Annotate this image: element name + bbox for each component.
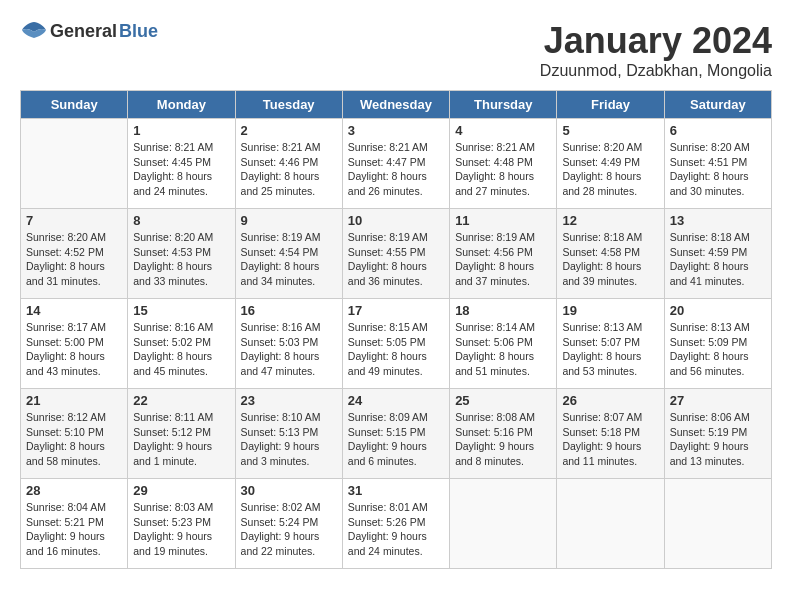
- calendar-cell: 19Sunrise: 8:13 AMSunset: 5:07 PMDayligh…: [557, 299, 664, 389]
- day-details: Sunrise: 8:07 AMSunset: 5:18 PMDaylight:…: [562, 410, 658, 469]
- day-number: 19: [562, 303, 658, 318]
- day-details: Sunrise: 8:11 AMSunset: 5:12 PMDaylight:…: [133, 410, 229, 469]
- logo: General Blue: [20, 20, 158, 42]
- calendar-cell: 21Sunrise: 8:12 AMSunset: 5:10 PMDayligh…: [21, 389, 128, 479]
- calendar-cell: 15Sunrise: 8:16 AMSunset: 5:02 PMDayligh…: [128, 299, 235, 389]
- day-details: Sunrise: 8:17 AMSunset: 5:00 PMDaylight:…: [26, 320, 122, 379]
- day-details: Sunrise: 8:19 AMSunset: 4:55 PMDaylight:…: [348, 230, 444, 289]
- calendar-cell: 7Sunrise: 8:20 AMSunset: 4:52 PMDaylight…: [21, 209, 128, 299]
- calendar-cell: 23Sunrise: 8:10 AMSunset: 5:13 PMDayligh…: [235, 389, 342, 479]
- calendar-cell: 11Sunrise: 8:19 AMSunset: 4:56 PMDayligh…: [450, 209, 557, 299]
- calendar-cell: 20Sunrise: 8:13 AMSunset: 5:09 PMDayligh…: [664, 299, 771, 389]
- day-details: Sunrise: 8:12 AMSunset: 5:10 PMDaylight:…: [26, 410, 122, 469]
- day-number: 17: [348, 303, 444, 318]
- day-details: Sunrise: 8:03 AMSunset: 5:23 PMDaylight:…: [133, 500, 229, 559]
- calendar-cell: [557, 479, 664, 569]
- day-header-thursday: Thursday: [450, 91, 557, 119]
- calendar-cell: [450, 479, 557, 569]
- calendar-cell: 16Sunrise: 8:16 AMSunset: 5:03 PMDayligh…: [235, 299, 342, 389]
- day-number: 16: [241, 303, 337, 318]
- title-section: January 2024 Dzuunmod, Dzabkhan, Mongoli…: [540, 20, 772, 80]
- day-number: 29: [133, 483, 229, 498]
- day-details: Sunrise: 8:09 AMSunset: 5:15 PMDaylight:…: [348, 410, 444, 469]
- day-number: 11: [455, 213, 551, 228]
- day-number: 28: [26, 483, 122, 498]
- day-details: Sunrise: 8:18 AMSunset: 4:59 PMDaylight:…: [670, 230, 766, 289]
- day-details: Sunrise: 8:01 AMSunset: 5:26 PMDaylight:…: [348, 500, 444, 559]
- day-number: 2: [241, 123, 337, 138]
- calendar-cell: 10Sunrise: 8:19 AMSunset: 4:55 PMDayligh…: [342, 209, 449, 299]
- calendar-table: SundayMondayTuesdayWednesdayThursdayFrid…: [20, 90, 772, 569]
- day-number: 15: [133, 303, 229, 318]
- day-details: Sunrise: 8:16 AMSunset: 5:02 PMDaylight:…: [133, 320, 229, 379]
- day-details: Sunrise: 8:20 AMSunset: 4:49 PMDaylight:…: [562, 140, 658, 199]
- day-details: Sunrise: 8:08 AMSunset: 5:16 PMDaylight:…: [455, 410, 551, 469]
- day-number: 20: [670, 303, 766, 318]
- day-number: 21: [26, 393, 122, 408]
- day-number: 7: [26, 213, 122, 228]
- day-number: 9: [241, 213, 337, 228]
- day-number: 14: [26, 303, 122, 318]
- calendar-cell: 22Sunrise: 8:11 AMSunset: 5:12 PMDayligh…: [128, 389, 235, 479]
- day-details: Sunrise: 8:19 AMSunset: 4:54 PMDaylight:…: [241, 230, 337, 289]
- day-details: Sunrise: 8:21 AMSunset: 4:45 PMDaylight:…: [133, 140, 229, 199]
- calendar-cell: 25Sunrise: 8:08 AMSunset: 5:16 PMDayligh…: [450, 389, 557, 479]
- day-header-tuesday: Tuesday: [235, 91, 342, 119]
- day-details: Sunrise: 8:19 AMSunset: 4:56 PMDaylight:…: [455, 230, 551, 289]
- logo-bird-icon: [20, 20, 48, 42]
- calendar-title: January 2024: [540, 20, 772, 62]
- calendar-cell: 9Sunrise: 8:19 AMSunset: 4:54 PMDaylight…: [235, 209, 342, 299]
- day-number: 8: [133, 213, 229, 228]
- calendar-cell: 13Sunrise: 8:18 AMSunset: 4:59 PMDayligh…: [664, 209, 771, 299]
- day-number: 4: [455, 123, 551, 138]
- calendar-cell: 8Sunrise: 8:20 AMSunset: 4:53 PMDaylight…: [128, 209, 235, 299]
- day-header-monday: Monday: [128, 91, 235, 119]
- day-details: Sunrise: 8:20 AMSunset: 4:51 PMDaylight:…: [670, 140, 766, 199]
- calendar-cell: 17Sunrise: 8:15 AMSunset: 5:05 PMDayligh…: [342, 299, 449, 389]
- day-details: Sunrise: 8:16 AMSunset: 5:03 PMDaylight:…: [241, 320, 337, 379]
- day-number: 27: [670, 393, 766, 408]
- day-number: 13: [670, 213, 766, 228]
- calendar-cell: 29Sunrise: 8:03 AMSunset: 5:23 PMDayligh…: [128, 479, 235, 569]
- day-number: 22: [133, 393, 229, 408]
- day-number: 18: [455, 303, 551, 318]
- day-details: Sunrise: 8:18 AMSunset: 4:58 PMDaylight:…: [562, 230, 658, 289]
- day-details: Sunrise: 8:20 AMSunset: 4:52 PMDaylight:…: [26, 230, 122, 289]
- day-details: Sunrise: 8:02 AMSunset: 5:24 PMDaylight:…: [241, 500, 337, 559]
- day-header-sunday: Sunday: [21, 91, 128, 119]
- day-number: 10: [348, 213, 444, 228]
- day-number: 24: [348, 393, 444, 408]
- calendar-cell: 3Sunrise: 8:21 AMSunset: 4:47 PMDaylight…: [342, 119, 449, 209]
- calendar-cell: 27Sunrise: 8:06 AMSunset: 5:19 PMDayligh…: [664, 389, 771, 479]
- day-details: Sunrise: 8:13 AMSunset: 5:07 PMDaylight:…: [562, 320, 658, 379]
- day-number: 26: [562, 393, 658, 408]
- day-details: Sunrise: 8:14 AMSunset: 5:06 PMDaylight:…: [455, 320, 551, 379]
- day-details: Sunrise: 8:15 AMSunset: 5:05 PMDaylight:…: [348, 320, 444, 379]
- calendar-cell: 31Sunrise: 8:01 AMSunset: 5:26 PMDayligh…: [342, 479, 449, 569]
- day-details: Sunrise: 8:20 AMSunset: 4:53 PMDaylight:…: [133, 230, 229, 289]
- calendar-cell: 18Sunrise: 8:14 AMSunset: 5:06 PMDayligh…: [450, 299, 557, 389]
- calendar-cell: 5Sunrise: 8:20 AMSunset: 4:49 PMDaylight…: [557, 119, 664, 209]
- day-details: Sunrise: 8:21 AMSunset: 4:46 PMDaylight:…: [241, 140, 337, 199]
- day-details: Sunrise: 8:13 AMSunset: 5:09 PMDaylight:…: [670, 320, 766, 379]
- day-number: 30: [241, 483, 337, 498]
- calendar-cell: [21, 119, 128, 209]
- logo-general-text: General: [50, 21, 117, 42]
- day-number: 5: [562, 123, 658, 138]
- day-header-saturday: Saturday: [664, 91, 771, 119]
- day-number: 31: [348, 483, 444, 498]
- day-number: 23: [241, 393, 337, 408]
- calendar-cell: [664, 479, 771, 569]
- day-number: 12: [562, 213, 658, 228]
- day-details: Sunrise: 8:04 AMSunset: 5:21 PMDaylight:…: [26, 500, 122, 559]
- day-details: Sunrise: 8:10 AMSunset: 5:13 PMDaylight:…: [241, 410, 337, 469]
- calendar-cell: 30Sunrise: 8:02 AMSunset: 5:24 PMDayligh…: [235, 479, 342, 569]
- calendar-cell: 26Sunrise: 8:07 AMSunset: 5:18 PMDayligh…: [557, 389, 664, 479]
- day-header-friday: Friday: [557, 91, 664, 119]
- calendar-cell: 28Sunrise: 8:04 AMSunset: 5:21 PMDayligh…: [21, 479, 128, 569]
- calendar-cell: 6Sunrise: 8:20 AMSunset: 4:51 PMDaylight…: [664, 119, 771, 209]
- day-number: 25: [455, 393, 551, 408]
- calendar-cell: 14Sunrise: 8:17 AMSunset: 5:00 PMDayligh…: [21, 299, 128, 389]
- day-header-wednesday: Wednesday: [342, 91, 449, 119]
- calendar-cell: 24Sunrise: 8:09 AMSunset: 5:15 PMDayligh…: [342, 389, 449, 479]
